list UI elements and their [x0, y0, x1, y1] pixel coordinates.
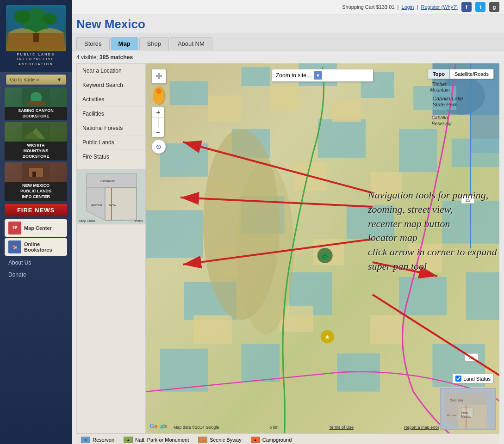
svg-text:Caballo: Caballo — [431, 115, 448, 120]
svg-text:★: ★ — [325, 334, 330, 340]
tab-about-nm[interactable]: About NM — [170, 37, 212, 50]
logo-area: PUBLIC LANDSINTERPRETIVEASSOCIATION — [0, 0, 72, 72]
map-center-icon: 🗺 — [8, 222, 21, 234]
sabino-image — [5, 87, 67, 107]
satellite-roads-button[interactable]: Satellite/Roads — [450, 69, 493, 79]
tab-shop[interactable]: Shop — [139, 37, 169, 50]
campground-label: Campground — [262, 437, 292, 443]
filter-keyword-search[interactable]: Keyword Search — [77, 78, 145, 92]
legend-natl-park: ▲ Natl. Park or Monument — [124, 437, 189, 443]
nm-label: NEW MEXICOPUBLIC LANDSINFO CENTER — [5, 182, 67, 201]
svg-point-64 — [236, 162, 294, 334]
nm-image — [5, 162, 67, 182]
content-area: 4 visible; 385 matches Near a Location K… — [72, 50, 504, 444]
svg-text:🌲: 🌲 — [321, 252, 330, 260]
shopping-cart-text[interactable]: Shopping Cart $133.01 | Login | Register… — [342, 4, 458, 10]
zoom-slider[interactable] — [152, 117, 164, 127]
svg-rect-48 — [241, 344, 280, 382]
svg-text:25: 25 — [466, 198, 470, 203]
filter-public-lands[interactable]: Public Lands — [77, 136, 145, 150]
svg-text:Arizona: Arizona — [91, 204, 102, 207]
filter-fire-status[interactable]: Fire Status — [77, 150, 145, 164]
filter-activities[interactable]: Activities — [77, 92, 145, 107]
report-error-text[interactable]: Report a map error — [404, 425, 439, 430]
svg-rect-37 — [399, 129, 437, 172]
land-status-checkbox[interactable]: Land Status — [452, 374, 494, 383]
svg-rect-38 — [452, 139, 499, 167]
scenic-byway-icon: ~ — [198, 437, 207, 443]
go-to-state-dropdown[interactable]: Go to state » ▼ — [6, 74, 66, 85]
zoom-controls: + − — [151, 107, 164, 137]
sabino-canyon-store-card[interactable]: SABINO CANYONBOOKSTORE — [5, 87, 67, 120]
main-content: Shopping Cart $133.01 | Login | Register… — [72, 0, 504, 444]
svg-text:Reservoir: Reservoir — [431, 121, 452, 126]
legend-reservoir: ≈ Reservoir — [81, 437, 114, 443]
nm-info-center-card[interactable]: NEW MEXICOPUBLIC LANDSINFO CENTER — [5, 162, 67, 201]
facebook-icon[interactable]: f — [461, 2, 472, 12]
svg-point-5 — [43, 13, 57, 25]
svg-rect-29 — [170, 81, 208, 105]
map-area[interactable]: 25 85 🌲 ★ i Caballo La — [146, 63, 499, 433]
svg-text:Colorado: Colorado — [100, 179, 116, 183]
map-container: Near a Location Keyword Search Activitie… — [76, 63, 499, 433]
tab-map[interactable]: Map — [111, 37, 138, 50]
recenter-button[interactable]: ⊙ — [151, 139, 166, 154]
svg-rect-30 — [241, 67, 270, 86]
match-count: 385 matches — [100, 54, 133, 61]
bookstore-icon: 📚 — [8, 240, 21, 253]
cart-label: Shopping Cart $133.01 — [342, 4, 394, 10]
pegman-streetview[interactable] — [153, 86, 164, 104]
top-bar: Shopping Cart $133.01 | Login | Register… — [72, 0, 504, 14]
topo-button[interactable]: Topo — [428, 69, 450, 79]
logo-text: PUBLIC LANDSINTERPRETIVEASSOCIATION — [17, 52, 55, 67]
online-bookstores-label: Online Bookstores — [24, 241, 63, 253]
zoom-dropdown-arrow-icon: ▼ — [314, 71, 322, 80]
online-bookstores-button[interactable]: 📚 Online Bookstores — [5, 238, 67, 256]
zoom-out-button[interactable]: − — [152, 127, 164, 137]
svg-rect-56 — [370, 172, 401, 198]
campground-icon: ▲ — [251, 437, 260, 443]
about-us-link[interactable]: About Us — [5, 257, 67, 268]
login-link[interactable]: Login — [402, 4, 414, 10]
twitter-icon[interactable]: t — [475, 2, 485, 12]
pan-control[interactable]: ✛ — [151, 69, 166, 84]
terms-label: Terms — [133, 219, 143, 223]
wichita-label: WICHITAMOUNTAINSBOOKSTORE — [5, 142, 67, 160]
svg-rect-39 — [146, 210, 203, 258]
zoom-to-site-dropdown[interactable]: Zoom to site... ▼ — [272, 69, 373, 82]
zoom-to-site-label: Zoom to site... — [276, 72, 311, 79]
land-status-label: Land Status — [463, 376, 491, 382]
googleplus-icon[interactable]: g — [489, 2, 499, 12]
svg-rect-62 — [370, 315, 401, 344]
svg-text:Colorado: Colorado — [450, 399, 463, 402]
register-link[interactable]: Register (Why?) — [421, 4, 458, 10]
land-status-input[interactable] — [455, 376, 461, 382]
mini-locator-map: Colorado Arizona NewMexico Mexico T... M… — [77, 169, 145, 224]
tabs-bar: Stores Map Shop About NM — [72, 33, 504, 50]
map-center-label: Map Center — [24, 225, 52, 231]
sidebar: PUBLIC LANDSINTERPRETIVEASSOCIATION Go t… — [0, 0, 72, 444]
map-navigation-controls: ✛ + − — [151, 69, 166, 154]
filter-national-forests[interactable]: National Forests — [77, 121, 145, 136]
filter-facilities[interactable]: Facilities — [77, 107, 145, 121]
svg-rect-53 — [332, 100, 361, 122]
map-type-buttons: Topo Satellite/Roads — [428, 69, 494, 79]
legend-scenic-byway: ~ Scenic Byway — [198, 437, 241, 443]
zoom-in-button[interactable]: + — [152, 107, 164, 117]
fire-news-button[interactable]: FIRE NEWS — [5, 204, 67, 216]
svg-rect-47 — [160, 349, 208, 392]
top-right-area: Shopping Cart $133.01 | Login | Register… — [342, 2, 499, 12]
terms-text[interactable]: Terms of Use — [329, 425, 354, 430]
svg-rect-52 — [270, 86, 299, 110]
filter-panel: Near a Location Keyword Search Activitie… — [76, 63, 146, 433]
svg-rect-8 — [27, 101, 45, 105]
filter-near-location[interactable]: Near a Location — [77, 64, 145, 78]
tab-stores[interactable]: Stores — [76, 37, 110, 50]
map-center-button[interactable]: 🗺 Map Center — [5, 219, 67, 237]
svg-rect-55 — [294, 162, 327, 191]
google-logo: Google — [149, 422, 168, 430]
svg-text:Arizona: Arizona — [447, 414, 457, 417]
wichita-mountains-store-card[interactable]: WICHITAMOUNTAINSBOOKSTORE — [5, 122, 67, 160]
donate-link[interactable]: Donate — [5, 269, 67, 280]
reservoir-icon: ≈ — [81, 437, 90, 443]
